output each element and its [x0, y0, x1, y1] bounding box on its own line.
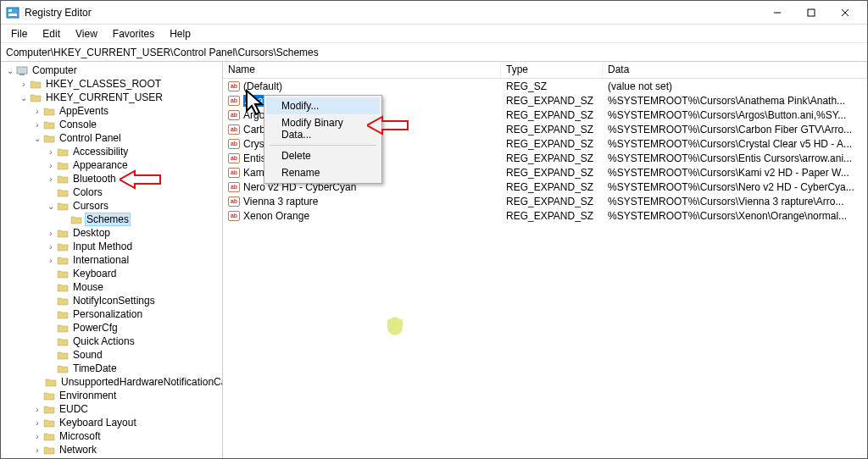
svg-rect-2	[8, 14, 17, 16]
context-menu-item[interactable]: Modify Binary Data...	[266, 114, 380, 143]
tree-node[interactable]: NotifyIconSettings	[1, 294, 222, 307]
tree-label: Printers	[58, 457, 96, 458]
tree-node[interactable]: Sound	[1, 348, 222, 362]
folder-icon	[43, 119, 55, 130]
tree-node[interactable]: Keyboard	[1, 267, 222, 280]
tree-node[interactable]: ›AppEvents	[1, 104, 222, 118]
value-type: REG_EXPAND_SZ	[501, 152, 603, 164]
address-bar[interactable]: Computer\HKEY_CURRENT_USER\Control Panel…	[1, 43, 867, 62]
tree-node[interactable]: ›Microsoft	[1, 429, 222, 443]
tree-node[interactable]: TimeDate	[1, 362, 222, 375]
tree-node[interactable]: ⌄HKEY_CURRENT_USER	[1, 91, 222, 104]
tree-node[interactable]: ›Network	[1, 443, 222, 456]
tree-caret-icon[interactable]: ›	[45, 242, 57, 252]
value-data: %SYSTEMROOT%\Cursors\Kami v2 HD - Paper …	[603, 167, 867, 179]
tree-node[interactable]: ⌄Control Panel	[1, 131, 222, 145]
column-header[interactable]: Type	[501, 62, 603, 78]
tree-node[interactable]: Mouse	[1, 280, 222, 294]
folder-icon	[57, 241, 69, 252]
list-row[interactable]: abVienna 3 raptureREG_EXPAND_SZ%SYSTEMRO…	[223, 194, 867, 208]
tree-node[interactable]: ›EUDC	[1, 402, 222, 416]
tree-node[interactable]: PowerCfg	[1, 321, 222, 335]
value-name: Vienna 3 rapture	[243, 196, 319, 207]
tree-node[interactable]: Personalization	[1, 307, 222, 321]
list-row[interactable]: abXenon OrangeREG_EXPAND_SZ%SYSTEMROOT%\…	[223, 208, 867, 223]
value-name: Xenon Orange	[243, 210, 309, 222]
tree-label: Accessibility	[71, 146, 130, 158]
menu-file[interactable]: File	[4, 26, 34, 41]
string-value-icon: ab	[228, 110, 240, 120]
tree-caret-icon[interactable]: ›	[31, 107, 43, 116]
tree-node[interactable]: ⌄Cursors	[1, 199, 222, 213]
close-button[interactable]	[828, 2, 862, 24]
tree-caret-icon[interactable]: ›	[31, 445, 43, 455]
column-header[interactable]: Data	[603, 62, 867, 78]
list-header[interactable]: NameTypeData	[223, 62, 867, 79]
value-type: REG_EXPAND_SZ	[501, 181, 603, 193]
list-pane[interactable]: NameTypeData ab(Default)REG_SZ(value not…	[223, 62, 867, 458]
menu-edit[interactable]: Edit	[36, 26, 67, 41]
tree-caret-icon[interactable]: ›	[31, 405, 43, 414]
tree-caret-icon[interactable]: ›	[18, 80, 30, 89]
menu-help[interactable]: Help	[163, 26, 198, 41]
tree-node[interactable]: ›Appearance	[1, 158, 222, 172]
tree-caret-icon[interactable]: ›	[45, 256, 57, 265]
tree-caret-icon[interactable]: ›	[45, 174, 57, 184]
folder-icon	[43, 390, 55, 401]
tree-node[interactable]: ›Keyboard Layout	[1, 416, 222, 429]
tree-node[interactable]: ›Bluetooth	[1, 172, 222, 185]
address-text: Computer\HKEY_CURRENT_USER\Control Panel…	[6, 47, 319, 58]
tree-caret-icon[interactable]: ⌄	[45, 202, 57, 211]
tree-node[interactable]: Colors	[1, 185, 222, 199]
tree-label: International	[71, 254, 131, 266]
tree-node[interactable]: UnsupportedHardwareNotificationCache	[1, 375, 222, 389]
tree-caret-icon[interactable]: ›	[45, 161, 57, 170]
folder-icon	[43, 105, 55, 117]
tree-node[interactable]: Schemes	[1, 213, 222, 226]
tree-label: Quick Actions	[71, 335, 136, 347]
folder-icon	[57, 186, 69, 198]
tree-label: Keyboard Layout	[58, 417, 138, 429]
menu-view[interactable]: View	[69, 26, 104, 41]
tree-caret-icon[interactable]: ›	[31, 120, 43, 130]
tree-caret-icon[interactable]: ⌄	[31, 134, 43, 143]
value-data: %SYSTEMROOT%\Cursors\Crystal Clear v5 HD…	[603, 138, 867, 150]
folder-icon	[57, 254, 69, 266]
annotation-arrow-icon	[367, 114, 409, 136]
value-data: %SYSTEMROOT%\Cursors\Anathema Pink\Anath…	[603, 95, 867, 107]
tree-node[interactable]: ›Printers	[1, 456, 222, 458]
tree-caret-icon[interactable]: ›	[45, 147, 57, 157]
folder-icon	[57, 268, 69, 279]
tree-node[interactable]: ›Console	[1, 118, 222, 131]
tree-caret-icon[interactable]: ›	[31, 418, 43, 428]
tree-node[interactable]: ›Input Method	[1, 240, 222, 253]
tree-node[interactable]: Environment	[1, 389, 222, 402]
tree-pane[interactable]: ⌄Computer›HKEY_CLASSES_ROOT⌄HKEY_CURRENT…	[1, 62, 223, 458]
tree-node[interactable]: ⌄Computer	[1, 64, 222, 77]
column-header[interactable]: Name	[223, 62, 501, 78]
context-menu-item[interactable]: Modify...	[266, 97, 380, 114]
folder-icon	[57, 308, 69, 320]
menu-favorites[interactable]: Favorites	[106, 26, 161, 41]
tree-node[interactable]: ›Accessibility	[1, 145, 222, 158]
value-type: REG_EXPAND_SZ	[501, 210, 603, 222]
svg-rect-8	[19, 74, 25, 75]
tree-caret-icon[interactable]: ›	[45, 229, 57, 238]
value-type: REG_EXPAND_SZ	[501, 109, 603, 121]
context-menu: Modify...Modify Binary Data...DeleteRena…	[264, 95, 382, 184]
minimize-button[interactable]	[760, 2, 794, 24]
tree-label: NotifyIconSettings	[71, 295, 157, 307]
value-data: %SYSTEMROOT%\Cursors\Nero v2 HD - CyberC…	[603, 181, 867, 193]
context-menu-item[interactable]: Rename	[266, 164, 380, 181]
context-menu-item[interactable]: Delete	[266, 147, 380, 164]
tree-node[interactable]: ›HKEY_CLASSES_ROOT	[1, 77, 222, 91]
tree-caret-icon[interactable]: ›	[31, 432, 43, 441]
maximize-button[interactable]	[794, 2, 828, 24]
tree-node[interactable]: ›International	[1, 253, 222, 267]
tree-node[interactable]: ›Desktop	[1, 226, 222, 240]
window-title: Registry Editor	[25, 7, 760, 19]
list-row[interactable]: ab(Default)REG_SZ(value not set)	[223, 79, 867, 93]
tree-node[interactable]: Quick Actions	[1, 335, 222, 348]
tree-caret-icon[interactable]: ⌄	[18, 93, 30, 102]
tree-caret-icon[interactable]: ⌄	[4, 66, 16, 75]
